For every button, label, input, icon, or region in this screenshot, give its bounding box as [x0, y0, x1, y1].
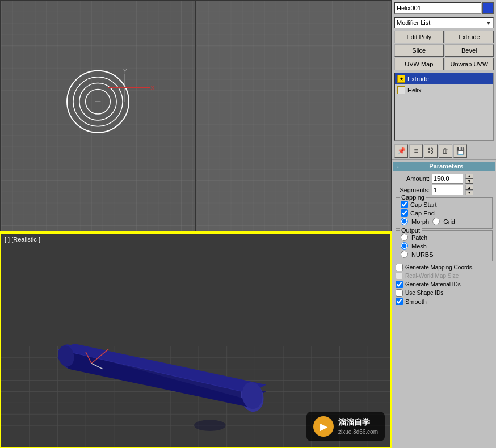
cap-end-row: Cap End — [398, 209, 490, 217]
segments-input[interactable] — [432, 185, 463, 195]
use-shape-checkbox[interactable] — [396, 289, 403, 297]
gen-material-label: Generate Material IDs — [405, 281, 461, 288]
patch-radio[interactable] — [401, 234, 408, 241]
modifier-list-row: Modifier List ▼ — [392, 16, 496, 29]
real-world-row: Real-World Map Size — [393, 272, 495, 280]
edit-poly-button[interactable]: Edit Poly — [394, 31, 444, 43]
pin-icon-button[interactable]: 📌 — [394, 144, 408, 158]
uvw-map-button[interactable]: UVW Map — [394, 58, 444, 70]
gen-mapping-label: Generate Mapping Coords. — [405, 264, 474, 271]
slice-button[interactable]: Slice — [394, 44, 444, 57]
remove-modifier-button[interactable]: 🗑 — [439, 144, 452, 158]
svg-point-37 — [194, 420, 226, 431]
viewport-top-left[interactable]: X Y — [0, 0, 196, 231]
parameters-collapse-button[interactable]: - — [397, 163, 399, 170]
parameters-title: Parameters — [429, 163, 463, 170]
unique-icon-button[interactable]: ⛓ — [424, 144, 438, 158]
stack-label-helix: Helix — [407, 87, 421, 94]
use-shape-row: Use Shape IDs — [393, 289, 495, 297]
morph-radio[interactable] — [401, 218, 408, 225]
show-all-icon-button[interactable]: ≡ — [409, 144, 423, 158]
cap-start-checkbox[interactable] — [401, 201, 408, 208]
viewport-top-right[interactable] — [196, 0, 392, 231]
viewport-bottom-label: [ ] [Realistic ] — [5, 236, 40, 243]
nurbs-radio[interactable] — [401, 251, 408, 258]
capping-group-label: Capping — [400, 194, 426, 201]
segments-spinner: ▲ ▼ — [465, 185, 473, 195]
watermark-icon: ▶ — [313, 416, 334, 437]
modifier-buttons-grid: Edit Poly Extrude Slice Bevel UVW Map Un… — [392, 29, 496, 71]
amount-up-button[interactable]: ▲ — [465, 174, 473, 179]
patch-row: Patch — [398, 233, 490, 242]
modifier-list-label: Modifier List — [397, 19, 430, 26]
watermark: ▶ 溜溜自学 zixue.3d66.com — [306, 412, 385, 441]
svg-rect-2 — [1, 1, 195, 231]
nurbs-label: NURBS — [411, 251, 434, 258]
segments-up-button[interactable]: ▲ — [465, 185, 473, 190]
cap-end-label: Cap End — [410, 210, 435, 217]
nurbs-row: NURBS — [398, 250, 490, 259]
svg-text:X: X — [151, 84, 155, 91]
svg-rect-15 — [197, 1, 390, 231]
segments-label: Segments: — [396, 187, 430, 193]
stack-icon-helix — [397, 86, 405, 94]
unwrap-uvw-button[interactable]: Unwrap UVW — [445, 58, 494, 70]
viewport-bottom[interactable]: [ ] [Realistic ] — [0, 233, 392, 448]
modifier-list-dropdown[interactable]: Modifier List ▼ — [394, 17, 494, 28]
configure-icon-button[interactable]: 💾 — [453, 144, 467, 158]
cap-start-label: Cap Start — [410, 201, 436, 208]
gen-mapping-row: Generate Mapping Coords. — [393, 263, 495, 272]
extrude-button[interactable]: Extrude — [445, 31, 494, 43]
cap-end-checkbox[interactable] — [401, 209, 408, 217]
watermark-sub: zixue.3d66.com — [338, 428, 378, 436]
parameters-header: - Parameters — [393, 162, 495, 171]
stack-toolbar: 📌 ≡ ⛓ 🗑 💾 — [392, 142, 496, 160]
right-panel: Modifier List ▼ Edit Poly Extrude Slice … — [392, 0, 496, 448]
mesh-label: Mesh — [411, 243, 427, 250]
viewports-container: X Y — [0, 0, 392, 448]
morph-label: Morph — [411, 218, 429, 225]
capping-group: Capping Cap Start Cap End Morph Grid — [396, 197, 493, 229]
stack-item-extrude[interactable]: ★ Extrude — [395, 73, 493, 84]
svg-text:Y: Y — [123, 67, 127, 74]
grid-label: Grid — [443, 218, 455, 225]
stack-icon-extrude: ★ — [397, 75, 405, 83]
smooth-label: Smooth — [405, 298, 427, 305]
stack-item-helix[interactable]: Helix — [395, 84, 493, 96]
gen-material-checkbox[interactable] — [396, 281, 403, 288]
dropdown-arrow-icon: ▼ — [486, 20, 491, 26]
parameters-section: - Parameters Amount: ▲ ▼ Segments: ▲ ▼ — [392, 160, 496, 307]
watermark-site: 溜溜自学 — [338, 417, 378, 428]
patch-label: Patch — [411, 234, 427, 241]
gen-material-row: Generate Material IDs — [393, 280, 495, 289]
object-name-input[interactable] — [394, 2, 481, 14]
mesh-radio[interactable] — [401, 242, 408, 250]
watermark-text: 溜溜自学 zixue.3d66.com — [338, 417, 378, 436]
stack-label-extrude: Extrude — [407, 75, 429, 82]
amount-down-button[interactable]: ▼ — [465, 179, 473, 184]
object-color-swatch[interactable] — [482, 2, 494, 14]
grid-radio[interactable] — [432, 218, 440, 225]
amount-input[interactable] — [432, 174, 463, 184]
top-viewports: X Y — [0, 0, 392, 233]
real-world-checkbox[interactable] — [396, 272, 403, 280]
capping-type-row: Morph Grid — [398, 217, 490, 226]
bevel-button[interactable]: Bevel — [445, 44, 494, 57]
use-shape-label: Use Shape IDs — [405, 290, 443, 296]
modifier-stack-container: ★ Extrude Helix — [394, 73, 494, 141]
mesh-row: Mesh — [398, 242, 490, 250]
output-group-label: Output — [400, 227, 422, 234]
output-group: Output Patch Mesh NURBS — [396, 230, 493, 261]
name-row — [392, 0, 496, 16]
amount-row: Amount: ▲ ▼ — [393, 173, 495, 184]
amount-label: Amount: — [396, 175, 430, 182]
smooth-row: Smooth — [393, 297, 495, 306]
cap-start-row: Cap Start — [398, 200, 490, 209]
gen-mapping-checkbox[interactable] — [396, 264, 403, 271]
amount-spinner: ▲ ▼ — [465, 174, 473, 184]
smooth-checkbox[interactable] — [396, 298, 403, 305]
real-world-label: Real-World Map Size — [405, 273, 459, 279]
segments-down-button[interactable]: ▼ — [465, 190, 473, 195]
